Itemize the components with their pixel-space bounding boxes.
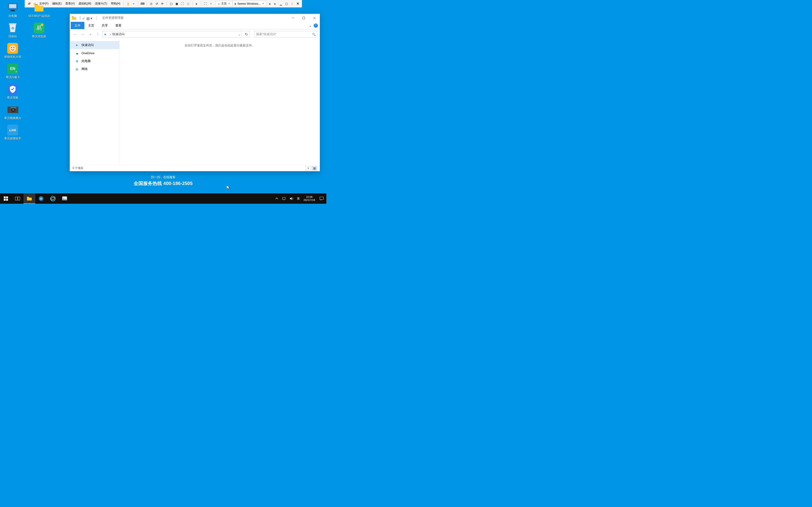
tab-next-icon[interactable]: ▸	[273, 2, 277, 6]
desktop-icon-label: 回收站	[8, 35, 17, 39]
bg-hotline: 全国服务热线 400-186-2505	[134, 180, 192, 186]
window-title: 文件资源管理器	[102, 16, 123, 20]
vm-tab-seewo[interactable]: ▮ Seewo Windows... ✕	[233, 1, 266, 7]
taskbar-explorer[interactable]	[23, 193, 35, 204]
back-button[interactable]: ←	[72, 31, 78, 37]
host-close-icon[interactable]: ✕	[296, 2, 300, 6]
view-large-button[interactable]: ▦	[312, 166, 317, 170]
desktop-icon-seewo-training[interactable]: SEEWO产品培训	[28, 2, 50, 18]
taskbar-app-seewo[interactable]: 财	[35, 193, 47, 204]
desktop-icon-seewo-browser[interactable]: 易+ 希沃浏览器	[28, 22, 50, 39]
minimize-button[interactable]	[287, 14, 298, 21]
snapshot-manage-icon[interactable]: ⟳	[160, 2, 164, 6]
desktop-icon-classopt[interactable]: 班级优化大师	[1, 43, 24, 59]
fullscreen-icon[interactable]: ⛶	[180, 2, 185, 6]
host-restore-icon[interactable]: ▢	[284, 2, 289, 6]
vm-pause-icon[interactable]: ||	[126, 2, 130, 6]
ribbon-tab-share[interactable]: 共享	[98, 22, 112, 29]
tray-volume-icon[interactable]	[288, 193, 295, 204]
svg-text:Link: Link	[9, 128, 16, 132]
menu-view[interactable]: 查看(V)	[64, 1, 76, 7]
desktop-icon-this-pc[interactable]: 此电脑	[1, 2, 24, 18]
desktop-icons-col1: 此电脑 ♻ 回收站 班级优化大师 EN+ 希沃白板 5 希沃管家 Camera …	[1, 2, 24, 140]
address-dropdown-icon[interactable]: ⌄	[237, 33, 242, 36]
menu-vm[interactable]: 虚拟机(M)	[77, 1, 92, 7]
search-box[interactable]: 搜索"快速访问" 🔍	[254, 31, 317, 38]
dd2-icon[interactable]: ▾	[209, 2, 213, 6]
search-icon[interactable]: 🔍	[312, 33, 316, 36]
taskbar-ie[interactable]	[47, 193, 59, 204]
qat-properties-icon[interactable]: ▦	[86, 16, 90, 19]
tray-network-icon[interactable]	[280, 193, 288, 204]
unity-icon[interactable]: ▢	[169, 2, 173, 6]
snapshot-revert-icon[interactable]: ↺	[155, 2, 159, 6]
view-details-button[interactable]: ≡	[306, 166, 311, 170]
quick-switch-icon[interactable]: ▸	[195, 2, 199, 6]
host-minimize-icon[interactable]: ▁	[278, 2, 283, 6]
tray-clock[interactable]: 22:06 2021/7/18	[302, 195, 317, 202]
ribbon-tab-view[interactable]: 查看	[112, 22, 125, 29]
task-view-button[interactable]	[12, 193, 23, 204]
desktop-icon-recycle-bin[interactable]: ♻ 回收站	[1, 22, 24, 39]
desktop-icon-camera[interactable]: Camera 希沃视频展台	[1, 104, 24, 120]
vm-tab-home[interactable]: ⌂ 主页 ✕	[216, 1, 232, 7]
start-button[interactable]	[0, 193, 12, 204]
menu-edit[interactable]: 编辑(E)	[51, 1, 63, 7]
sidebar-item-quick-access[interactable]: ★ 快速访问	[70, 41, 119, 49]
close-icon[interactable]: ✕	[228, 2, 230, 5]
desktop-icon-en5[interactable]: EN+ 希沃白板 5	[1, 63, 24, 79]
breadcrumb-sep: ›	[110, 33, 111, 36]
pc-icon: 🖥	[74, 59, 79, 63]
dropdown-icon[interactable]: ▾	[132, 2, 136, 6]
fit-guest-icon[interactable]: ▥	[186, 2, 190, 6]
console-icon[interactable]: ▣	[174, 2, 179, 6]
desktop-icon-guardian[interactable]: 希沃管家	[1, 83, 24, 100]
sidebar-item-onedrive[interactable]: ☁ OneDrive	[70, 49, 119, 57]
host-fullscreen-icon[interactable]: ▯	[290, 2, 294, 6]
qat-checkmark-icon[interactable]: ✓	[82, 16, 85, 19]
tab-prev-icon[interactable]: ◂	[267, 2, 271, 6]
send-cad-icon[interactable]: ⌨	[140, 2, 145, 6]
sidebar-item-label: 网络	[82, 67, 88, 71]
menu-tabs[interactable]: 选项卡(T)	[94, 1, 108, 7]
sidebar-item-label: 快速访问	[82, 43, 94, 47]
up-button[interactable]: ↑	[95, 31, 101, 37]
svg-rect-3	[10, 10, 15, 11]
address-bar[interactable]: ★ › 快速访问 ⌄	[102, 31, 242, 38]
desktop-icon-label: 希沃管家	[7, 96, 18, 100]
refresh-button[interactable]: ↻	[243, 31, 250, 38]
action-center-button[interactable]	[317, 197, 326, 201]
sidebar-item-label: OneDrive	[82, 51, 94, 55]
svg-text:易: 易	[37, 25, 42, 31]
taskbar-app-generic[interactable]	[59, 193, 70, 204]
help-button[interactable]: ?	[314, 23, 318, 28]
maximize-button[interactable]	[298, 14, 309, 21]
snapshot-icon[interactable]: ◷	[149, 2, 153, 6]
menu-help[interactable]: 帮助(H)	[110, 1, 122, 7]
ribbon-tab-home[interactable]: 主页	[84, 22, 98, 29]
close-button[interactable]	[309, 14, 320, 21]
qat-dropdown-icon[interactable]: ▾	[91, 16, 94, 19]
desktop-icon-link[interactable]: Link 希沃授课助手	[1, 124, 24, 140]
tray-overflow[interactable]	[273, 193, 280, 204]
explorer-titlebar[interactable]: | ✓ ▦ ▾ | 文件资源管理器	[70, 14, 320, 22]
expand-ribbon-icon[interactable]: ⌄	[309, 23, 312, 28]
svg-rect-29	[6, 196, 8, 199]
svg-text:+: +	[42, 24, 43, 26]
close-icon[interactable]: ✕	[262, 2, 264, 5]
tray-ime[interactable]: 英	[295, 193, 302, 204]
content-area[interactable]: 在你打开某些文件后，我们会在此处显示最新文件。	[119, 39, 320, 165]
sidebar-item-network[interactable]: 🖧 网络	[70, 65, 119, 73]
monitor-icon: ▮	[235, 2, 236, 5]
stretch-icon[interactable]: ⛶	[203, 2, 207, 6]
sidebar-item-this-pc[interactable]: 🖥 此电脑	[70, 57, 119, 65]
ribbon-tab-file[interactable]: 文件	[71, 22, 84, 29]
desktop-icon-label: 希沃授课助手	[4, 136, 21, 140]
svg-point-8	[11, 47, 12, 48]
vm-tab-label: 主页	[221, 2, 227, 6]
forward-button[interactable]: →	[80, 31, 86, 37]
svg-rect-40	[283, 198, 285, 200]
svg-text:+: +	[15, 70, 17, 73]
breadcrumb-location[interactable]: 快速访问	[112, 32, 124, 36]
recent-dropdown[interactable]: ▾	[87, 31, 93, 37]
